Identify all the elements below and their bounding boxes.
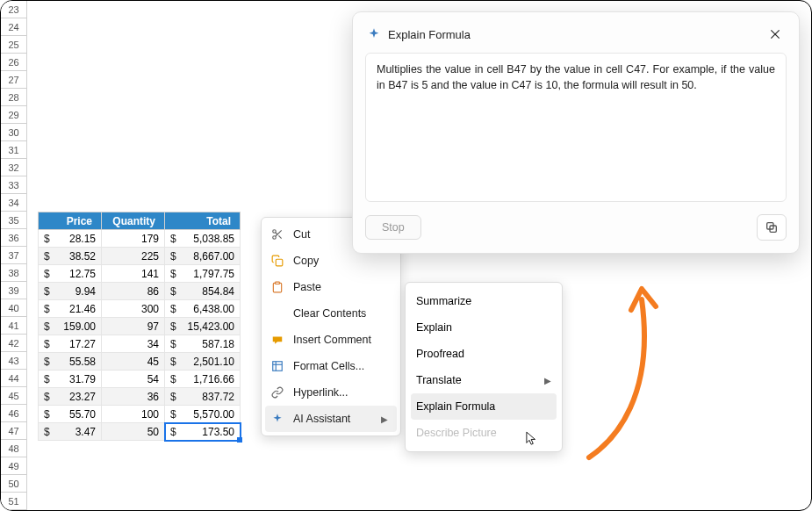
row-header[interactable]: 39 <box>1 282 27 299</box>
row-header[interactable]: 51 <box>1 493 27 510</box>
submenu-translate[interactable]: Translate ▶ <box>406 367 562 393</box>
submenu-describe-picture-label: Describe Picture <box>416 427 551 439</box>
cell-total[interactable]: $173.50 <box>165 423 241 441</box>
menu-hyperlink[interactable]: Hyperlink... <box>262 379 400 406</box>
copy-button[interactable] <box>757 214 787 241</box>
cell-quantity[interactable]: 54 <box>102 371 165 388</box>
row-header[interactable]: 41 <box>1 317 27 335</box>
row-header[interactable]: 29 <box>1 106 27 124</box>
cell-price[interactable]: $12.75 <box>39 265 102 283</box>
cell-total[interactable]: $854.84 <box>165 283 241 300</box>
svg-rect-6 <box>276 282 280 284</box>
row-header[interactable]: 37 <box>1 247 27 264</box>
row-header[interactable]: 48 <box>1 440 27 457</box>
table-row: $55.70100$5,570.00 <box>39 406 241 423</box>
close-button[interactable] <box>765 25 785 44</box>
menu-clear-contents[interactable]: Clear Contents <box>262 300 400 327</box>
submenu-proofread[interactable]: Proofread <box>406 341 562 367</box>
cell-total[interactable]: $2,501.10 <box>165 353 241 371</box>
header-quantity[interactable]: Quantity <box>102 212 165 230</box>
row-header[interactable]: 35 <box>1 212 27 229</box>
row-header[interactable]: 32 <box>1 159 27 176</box>
cell-total[interactable]: $5,038.85 <box>165 230 241 248</box>
cell-total[interactable]: $15,423.00 <box>165 318 241 335</box>
cell-quantity[interactable]: 97 <box>102 318 165 335</box>
cell-price[interactable]: $3.47 <box>39 423 102 441</box>
cell-price[interactable]: $9.94 <box>39 283 102 300</box>
cell-quantity[interactable]: 86 <box>102 283 165 300</box>
cell-quantity[interactable]: 34 <box>102 335 165 353</box>
row-header[interactable]: 40 <box>1 299 27 317</box>
row-header[interactable]: 27 <box>1 71 27 89</box>
sparkle-icon <box>367 27 381 41</box>
spreadsheet-table: Price Quantity Total $28.15179$5,038.85$… <box>38 212 241 441</box>
row-header[interactable]: 33 <box>1 176 27 194</box>
row-header[interactable]: 46 <box>1 405 27 422</box>
row-header[interactable]: 49 <box>1 457 27 475</box>
row-header[interactable]: 30 <box>1 124 27 141</box>
row-header[interactable]: 45 <box>1 387 27 405</box>
row-header[interactable]: 38 <box>1 264 27 282</box>
menu-format-label: Format Cells... <box>293 360 392 372</box>
stop-button[interactable]: Stop <box>365 215 421 240</box>
cell-price[interactable]: $55.58 <box>39 353 102 371</box>
submenu-explain-label: Explain <box>416 321 551 334</box>
cell-quantity[interactable]: 50 <box>102 423 165 441</box>
submenu-explain-formula[interactable]: Explain Formula <box>411 393 557 420</box>
cell-total[interactable]: $1,797.75 <box>165 265 241 283</box>
cell-total[interactable]: $5,570.00 <box>165 406 241 423</box>
cell-price[interactable]: $31.79 <box>39 371 102 388</box>
menu-insert-comment[interactable]: Insert Comment <box>262 327 400 353</box>
row-header[interactable]: 28 <box>1 89 27 106</box>
cell-total[interactable]: $837.72 <box>165 388 241 406</box>
cell-price[interactable]: $21.46 <box>39 300 102 318</box>
cell-quantity[interactable]: 36 <box>102 388 165 406</box>
cell-price[interactable]: $38.52 <box>39 248 102 265</box>
row-header[interactable]: 31 <box>1 141 27 159</box>
cell-price[interactable]: $17.27 <box>39 335 102 353</box>
menu-copy-label: Copy <box>293 255 392 267</box>
header-price[interactable]: Price <box>39 212 102 230</box>
row-header[interactable]: 24 <box>1 18 27 36</box>
clipboard-icon <box>270 280 284 294</box>
table-row: $23.2736$837.72 <box>39 388 241 406</box>
cell-quantity[interactable]: 300 <box>102 300 165 318</box>
cell-quantity[interactable]: 141 <box>102 265 165 283</box>
header-total[interactable]: Total <box>165 212 241 230</box>
cell-quantity[interactable]: 179 <box>102 230 165 248</box>
cell-quantity[interactable]: 100 <box>102 406 165 423</box>
cell-price[interactable]: $159.00 <box>39 318 102 335</box>
row-header[interactable]: 25 <box>1 36 27 54</box>
cell-quantity[interactable]: 45 <box>102 353 165 371</box>
cell-total[interactable]: $587.18 <box>165 335 241 353</box>
menu-ai-assistant[interactable]: AI Assistant ▶ <box>265 406 397 432</box>
chevron-right-icon: ▶ <box>544 376 551 385</box>
cell-price[interactable]: $23.27 <box>39 388 102 406</box>
link-icon <box>270 385 284 399</box>
annotation-arrow-icon <box>571 282 712 466</box>
cell-total[interactable]: $6,438.00 <box>165 300 241 318</box>
menu-clear-label: Clear Contents <box>293 307 392 320</box>
cell-total[interactable]: $8,667.00 <box>165 248 241 265</box>
row-header[interactable]: 42 <box>1 335 27 352</box>
cell-total[interactable]: $1,716.66 <box>165 371 241 388</box>
row-header[interactable]: 43 <box>1 352 27 370</box>
row-header[interactable]: 50 <box>1 475 27 493</box>
submenu-explain[interactable]: Explain <box>406 314 562 341</box>
copy-icon <box>765 220 779 234</box>
row-header[interactable]: 47 <box>1 422 27 440</box>
menu-format-cells[interactable]: Format Cells... <box>262 353 400 379</box>
table-row: $9.9486$854.84 <box>39 283 241 300</box>
cell-price[interactable]: $28.15 <box>39 230 102 248</box>
cell-quantity[interactable]: 225 <box>102 248 165 265</box>
submenu-summarize[interactable]: Summarize <box>406 288 562 314</box>
cell-price[interactable]: $55.70 <box>39 406 102 423</box>
menu-paste[interactable]: Paste <box>262 274 400 300</box>
row-header[interactable]: 36 <box>1 229 27 247</box>
row-header[interactable]: 23 <box>1 1 27 18</box>
row-header[interactable]: 34 <box>1 194 27 212</box>
table-row: $159.0097$15,423.00 <box>39 318 241 335</box>
row-header[interactable]: 26 <box>1 54 27 71</box>
row-header[interactable]: 44 <box>1 370 27 387</box>
table-row: $38.52225$8,667.00 <box>39 248 241 265</box>
